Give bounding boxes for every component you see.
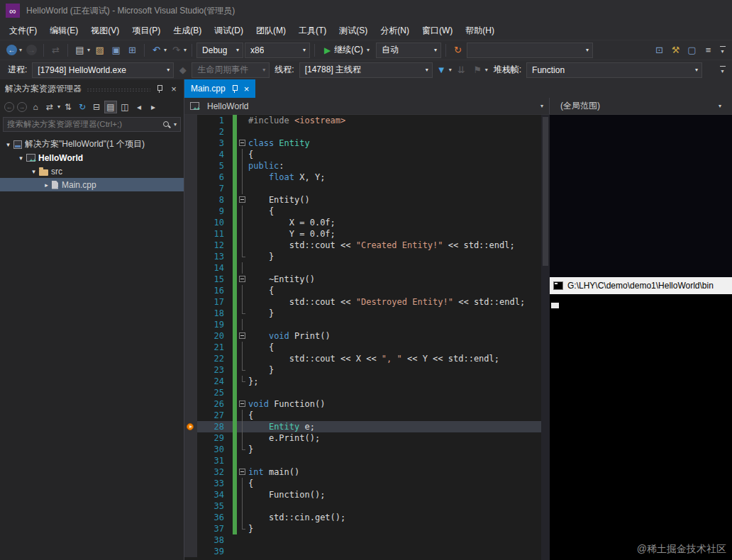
code-line-39[interactable]: 39	[184, 546, 550, 557]
code-line-36[interactable]: 36 std::cin.get();	[184, 512, 550, 523]
refresh-icon[interactable]: ↻	[76, 101, 89, 113]
breakpoint-margin[interactable]	[184, 398, 197, 410]
breakpoint-margin[interactable]	[184, 172, 197, 183]
back-button[interactable]: ←▾	[4, 45, 23, 55]
code-line-30[interactable]: 30}	[184, 444, 550, 455]
code-line-27[interactable]: 27{	[184, 410, 550, 421]
code-line-14[interactable]: 14	[184, 262, 550, 274]
breakpoint-margin[interactable]	[184, 410, 197, 421]
breakpoint-margin[interactable]	[184, 296, 197, 308]
hot-reload-icon[interactable]: ↻	[450, 43, 465, 57]
debugbar-overflow[interactable]: ▾	[717, 63, 728, 77]
menu-item[interactable]: 测试(S)	[333, 22, 374, 40]
continue-button[interactable]: ▶继续(C)▾	[319, 43, 375, 58]
save-button[interactable]: ▣	[109, 43, 123, 57]
breakpoint-margin[interactable]	[184, 342, 197, 353]
redo-button[interactable]: ↷▾	[169, 43, 187, 57]
menu-item[interactable]: 帮助(H)	[459, 22, 501, 40]
code-line-3[interactable]: 3class Entity	[184, 138, 550, 149]
new-file-button[interactable]: ▤▾	[72, 43, 91, 57]
menu-item[interactable]: 调试(D)	[208, 22, 250, 40]
breakpoint-margin[interactable]	[184, 489, 197, 500]
breakpoint-margin[interactable]	[184, 523, 197, 534]
breakpoint-margin[interactable]	[184, 262, 197, 274]
tab-main-cpp[interactable]: Main.cpp ×	[184, 79, 255, 98]
filter-icon[interactable]: ▼▾	[434, 63, 453, 77]
code-line-37[interactable]: 37}	[184, 523, 550, 534]
list-icon[interactable]: ≡	[701, 43, 716, 57]
breakpoint-margin[interactable]	[184, 512, 197, 523]
breakpoint-margin[interactable]	[184, 138, 197, 149]
code-line-6[interactable]: 6 float X, Y;	[184, 172, 550, 183]
switch-view-icon[interactable]: ⇄	[43, 101, 56, 113]
breakpoint-margin[interactable]	[184, 353, 197, 364]
collapse-all-icon[interactable]: ⊟	[90, 101, 103, 113]
find-window-icon[interactable]: ⊡	[652, 43, 667, 57]
back-icon[interactable]: ←	[4, 102, 14, 112]
code-line-28[interactable]: 28 Entity e;	[184, 421, 550, 432]
code-line-24[interactable]: 24};	[184, 376, 550, 387]
breakpoint-margin[interactable]	[184, 183, 197, 194]
tree-item-main-cpp[interactable]: ▸Main.cpp	[0, 178, 184, 191]
breakpoint-margin[interactable]	[184, 240, 197, 251]
navigate-icon[interactable]: ⇄	[48, 43, 63, 57]
breakpoint-margin[interactable]	[184, 217, 197, 228]
open-file-button[interactable]: ▨	[92, 43, 107, 57]
properties-icon[interactable]: ▤	[104, 101, 117, 113]
code-line-29[interactable]: 29 e.Print();	[184, 432, 550, 444]
breakpoint-margin[interactable]	[184, 432, 197, 444]
expander-icon[interactable]: ▾	[16, 155, 26, 162]
close-icon[interactable]: ×	[169, 84, 179, 94]
breakpoint-margin[interactable]	[184, 228, 197, 240]
breakpoint-margin[interactable]	[184, 546, 197, 557]
breakpoint-margin[interactable]	[184, 478, 197, 489]
wrench-icon[interactable]: ⚒	[668, 43, 683, 57]
breakpoint-margin[interactable]	[184, 194, 197, 206]
solution-explorer-header[interactable]: 解决方案资源管理器 ×	[0, 79, 184, 98]
menu-item[interactable]: 文件(F)	[3, 22, 43, 40]
console-window[interactable]: @稀土掘金技术社区	[550, 294, 732, 560]
scrollbar-thumb[interactable]	[543, 117, 548, 266]
fold-margin[interactable]	[237, 138, 248, 149]
breakpoint-margin[interactable]	[184, 534, 197, 546]
editor-scrollbar[interactable]	[541, 115, 550, 560]
breakpoint-margin[interactable]	[184, 376, 197, 387]
forward-icon[interactable]: →	[17, 102, 27, 112]
console-titlebar[interactable]: G:\LHY\C\demo\demo1\HelloWorld\bin	[550, 277, 732, 294]
menu-item[interactable]: 视图(V)	[84, 22, 126, 40]
menu-item[interactable]: 窗口(W)	[416, 22, 459, 40]
code-line-2[interactable]: 2	[184, 126, 550, 138]
fold-margin[interactable]	[237, 330, 248, 342]
menu-item[interactable]: 团队(M)	[250, 22, 292, 40]
fold-margin[interactable]	[237, 194, 248, 206]
search-icon[interactable]	[162, 121, 171, 129]
chevron-left-icon[interactable]: ◂	[133, 101, 145, 113]
breakpoint-margin[interactable]	[184, 455, 197, 466]
code-line-35[interactable]: 35	[184, 500, 550, 512]
step-arrows-icon[interactable]: ⇊	[454, 63, 469, 77]
menu-item[interactable]: 工具(T)	[292, 22, 333, 40]
code-line-38[interactable]: 38	[184, 534, 550, 546]
solution-platform-dropdown[interactable]: x86▾	[245, 43, 310, 58]
tree-item-src-folder[interactable]: ▾src	[0, 164, 184, 178]
breakpoint-margin[interactable]	[184, 466, 197, 478]
code-line-13[interactable]: 13 }	[184, 251, 550, 262]
process-dropdown[interactable]: [17948] HelloWorld.exe▾	[32, 62, 174, 78]
fold-margin[interactable]	[237, 398, 248, 410]
global-scope-dropdown[interactable]: (全局范围) ▾	[550, 98, 732, 114]
expander-icon[interactable]: ▾	[28, 168, 39, 175]
breakpoint-margin[interactable]	[184, 387, 197, 398]
tree-item-solution[interactable]: ▾解决方案"HelloWorld"(1 个项目)	[0, 138, 184, 151]
breakpoint-margin[interactable]	[184, 206, 197, 217]
home-icon[interactable]: ⌂	[29, 101, 42, 113]
breakpoint-margin[interactable]	[184, 364, 197, 376]
search-options-chevron-icon[interactable]: ▾	[174, 122, 177, 128]
tree-item-project-helloworld[interactable]: ▾HelloWorld	[0, 151, 184, 164]
undo-button[interactable]: ↶▾	[149, 43, 167, 57]
code-line-18[interactable]: 18 }	[184, 308, 550, 319]
breakpoint-margin[interactable]	[184, 126, 197, 138]
breakpoint-margin[interactable]	[184, 444, 197, 455]
code-line-12[interactable]: 12 std::cout << "Created Entity!" << std…	[184, 240, 550, 251]
code-line-4[interactable]: 4{	[184, 149, 550, 160]
code-line-11[interactable]: 11 Y = 0.0f;	[184, 228, 550, 240]
